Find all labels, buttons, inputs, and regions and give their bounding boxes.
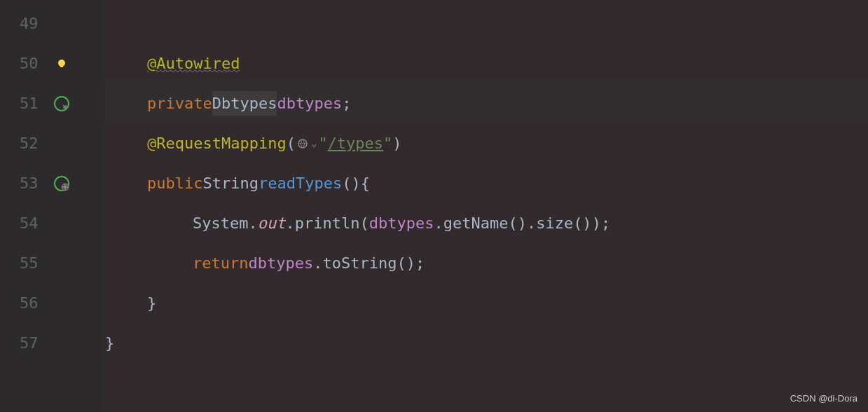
call-parens: () (508, 211, 527, 235)
call-parens: () (397, 251, 415, 275)
type-string: String (202, 171, 258, 195)
dot: . (527, 211, 536, 235)
code-line[interactable]: @Autowired (105, 43, 868, 83)
code-area[interactable]: @Autowired private Dbtypes dbtypes; @Req… (105, 0, 868, 412)
code-line[interactable]: System.out.println(dbtypes.getName().siz… (105, 203, 868, 243)
gutter: 49 50 51 52 53 54 55 (0, 0, 105, 412)
string-quote: " (318, 131, 327, 156)
method-println: println (295, 211, 360, 235)
semicolon: ; (601, 211, 610, 235)
chevron-down-icon[interactable]: ⌄ (311, 135, 317, 151)
code-line[interactable]: return dbtypes.toString(); (105, 243, 868, 283)
method-size: size (536, 211, 573, 235)
method-getname: getName (443, 211, 509, 235)
line-number: 49 (20, 11, 48, 36)
globe-icon[interactable] (297, 138, 308, 149)
field-dbtypes: dbtypes (277, 91, 342, 116)
line-number: 57 (20, 331, 48, 355)
gutter-line[interactable]: 52 (0, 123, 105, 163)
code-line[interactable]: public String readTypes(){ (105, 163, 868, 203)
field-out: out (258, 211, 286, 235)
class-system: System (193, 211, 248, 235)
gutter-line[interactable]: 55 (0, 243, 105, 283)
gutter-line[interactable]: 54 (0, 203, 105, 243)
gutter-line[interactable]: 56 (0, 283, 105, 323)
line-number: 55 (20, 251, 48, 275)
line-number: 50 (20, 51, 48, 76)
code-line-current[interactable]: private Dbtypes dbtypes; (105, 83, 868, 123)
type-dbtypes: Dbtypes (212, 91, 277, 116)
semicolon: ; (415, 251, 425, 275)
dot: . (434, 211, 443, 235)
run-globe-icon[interactable] (53, 175, 70, 192)
line-number: 53 (20, 171, 48, 195)
brace-open: { (361, 171, 370, 195)
paren-close: ) (392, 131, 401, 156)
paren-close: ) (592, 211, 601, 235)
method-tostring: toString (322, 251, 397, 275)
line-number: 51 (20, 91, 48, 116)
code-line[interactable] (105, 4, 868, 43)
dot: . (313, 251, 322, 275)
dot: . (248, 211, 257, 235)
annotation-requestmapping: @RequestMapping (147, 131, 287, 156)
watermark: CSDN @di-Dora (790, 392, 857, 406)
run-arrow-icon[interactable] (53, 95, 70, 112)
field-dbtypes: dbtypes (248, 251, 313, 275)
parens: () (342, 171, 361, 195)
editor-container: 49 50 51 52 53 54 55 (0, 0, 868, 412)
semicolon: ; (342, 91, 351, 116)
gutter-line[interactable]: 53 (0, 163, 105, 203)
dot: . (285, 211, 294, 235)
gutter-line[interactable]: 51 (0, 83, 105, 123)
call-parens: () (573, 211, 592, 235)
svg-point-2 (55, 97, 69, 111)
keyword-public: public (147, 171, 202, 195)
line-number: 54 (20, 211, 48, 235)
keyword-return: return (193, 251, 248, 275)
code-line[interactable]: @RequestMapping(⌄"/types") (105, 123, 868, 163)
brace-close: } (147, 291, 156, 315)
code-line[interactable]: } (105, 283, 868, 323)
paren-open: ( (359, 211, 368, 235)
svg-point-0 (58, 60, 65, 67)
gutter-line[interactable]: 50 (0, 43, 105, 83)
brace-close: } (105, 331, 114, 355)
svg-rect-1 (60, 66, 63, 67)
code-line[interactable]: } (105, 323, 868, 363)
annotation-autowired: @Autowired (147, 51, 240, 76)
string-quote: " (383, 131, 392, 156)
paren-open: ( (287, 131, 296, 156)
line-number: 56 (20, 291, 48, 315)
gutter-line[interactable]: 49 (0, 4, 105, 43)
lightbulb-icon[interactable] (53, 55, 70, 72)
string-path: /types (328, 131, 383, 156)
method-readtypes: readTypes (259, 171, 342, 195)
gutter-line[interactable]: 57 (0, 323, 105, 363)
keyword-private: private (147, 91, 212, 116)
field-dbtypes: dbtypes (369, 211, 434, 235)
line-number: 52 (20, 131, 48, 156)
